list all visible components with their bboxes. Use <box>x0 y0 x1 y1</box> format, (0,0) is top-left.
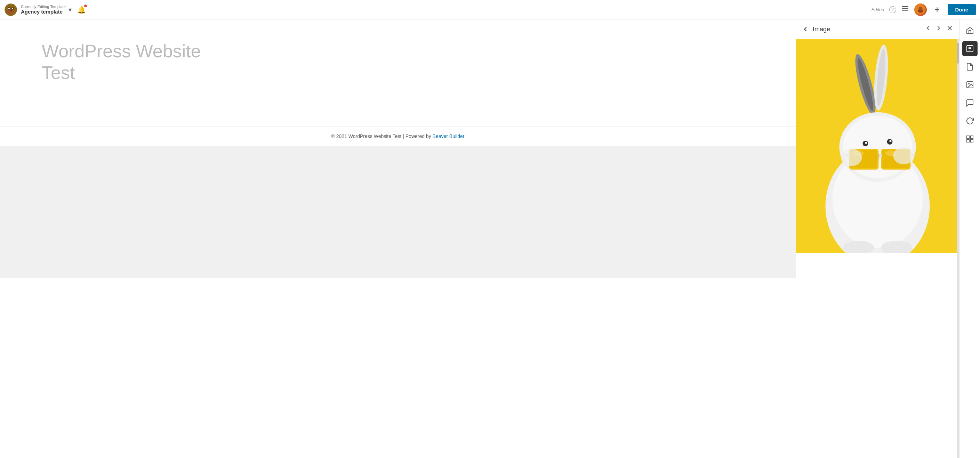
canvas-heading: WordPress Website Test <box>42 40 754 84</box>
outline-list-icon[interactable] <box>901 5 909 14</box>
canvas-gray-section <box>0 146 796 278</box>
topbar-chevron-icon[interactable]: ▾ <box>68 6 72 14</box>
user-avatar[interactable] <box>914 3 927 16</box>
add-button[interactable]: + <box>932 4 943 15</box>
svg-point-4 <box>8 8 10 9</box>
svg-point-12 <box>918 6 922 10</box>
footer-link[interactable]: Beaver Builder <box>433 133 465 139</box>
svg-point-5 <box>12 8 13 9</box>
comment-icon-button[interactable] <box>962 95 978 111</box>
image-panel: Image <box>796 19 959 458</box>
help-icon[interactable]: ? <box>889 6 896 13</box>
done-button[interactable]: Done <box>948 4 976 15</box>
topbar-title: Currently Editing Template Agency templa… <box>21 5 66 14</box>
svg-point-1 <box>7 9 14 14</box>
home-icon-button[interactable] <box>962 23 978 38</box>
topbar-main-title: Agency template <box>21 9 66 14</box>
svg-rect-48 <box>967 136 969 138</box>
main-layout: WordPress Website Test © 2021 WordPress … <box>0 19 980 458</box>
topbar-right-actions: Edited ? + Done <box>872 3 976 16</box>
canvas-empty-row <box>0 98 796 126</box>
svg-rect-49 <box>970 136 973 138</box>
grid-icon-button[interactable] <box>962 132 978 147</box>
svg-point-40 <box>841 149 862 166</box>
page-icon-button[interactable] <box>962 41 978 56</box>
svg-point-27 <box>889 140 892 142</box>
canvas-footer-text: © 2021 WordPress Website Test | Powered … <box>0 133 796 139</box>
canvas-area: WordPress Website Test © 2021 WordPress … <box>0 19 796 458</box>
image-icon-button[interactable] <box>962 77 978 92</box>
right-sidebar <box>959 19 980 458</box>
document-icon-button[interactable] <box>962 59 978 74</box>
svg-point-41 <box>893 147 914 164</box>
svg-point-47 <box>968 83 969 84</box>
edited-status: Edited <box>872 7 885 12</box>
svg-point-26 <box>865 142 867 144</box>
canvas-header: WordPress Website Test <box>0 19 796 98</box>
panel-back-button[interactable] <box>802 25 809 33</box>
panel-image-area <box>796 39 959 458</box>
panel-title: Image <box>813 26 923 33</box>
panel-close-button[interactable] <box>946 24 954 34</box>
svg-rect-50 <box>970 140 973 142</box>
svg-rect-33 <box>879 154 882 157</box>
panel-next-button[interactable] <box>934 24 944 34</box>
canvas-footer: © 2021 WordPress Website Test | Powered … <box>0 126 796 146</box>
panel-header: Image <box>796 19 959 39</box>
panel-scrollbar[interactable] <box>957 39 959 458</box>
notification-bell-icon[interactable]: 🔔 <box>77 6 86 14</box>
panel-scrollbar-thumb <box>957 43 959 63</box>
svg-rect-51 <box>967 140 969 142</box>
panel-prev-button[interactable] <box>923 24 934 34</box>
rabbit-image <box>796 39 959 253</box>
notification-badge <box>84 5 87 7</box>
svg-point-6 <box>10 10 12 11</box>
topbar-subtitle: Currently Editing Template <box>21 5 66 9</box>
refresh-icon-button[interactable] <box>962 113 978 128</box>
topbar: Currently Editing Template Agency templa… <box>0 0 980 19</box>
logo <box>4 3 18 16</box>
